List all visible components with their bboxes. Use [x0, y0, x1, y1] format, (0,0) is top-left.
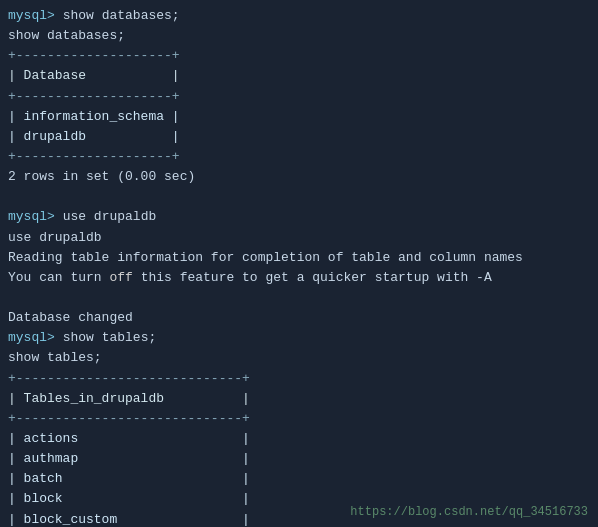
line-4: | Database |: [8, 66, 590, 86]
line-21: +-----------------------------+: [8, 409, 590, 429]
blog-url: https://blog.csdn.net/qq_34516733: [350, 505, 588, 519]
line-20: | Tables_in_drupaldb |: [8, 389, 590, 409]
line-12: use drupaldb: [8, 228, 590, 248]
line-1: mysql> show databases;: [8, 6, 590, 26]
line-2: show databases;: [8, 26, 590, 46]
line-22: | actions |: [8, 429, 590, 449]
line-3: +--------------------+: [8, 46, 590, 66]
line-24: | batch |: [8, 469, 590, 489]
line-blank1: [8, 187, 590, 207]
line-blank2: [8, 288, 590, 308]
line-14: You can turn off this feature to get a q…: [8, 268, 590, 288]
line-7: | drupaldb |: [8, 127, 590, 147]
line-13: Reading table information for completion…: [8, 248, 590, 268]
line-5: +--------------------+: [8, 87, 590, 107]
line-18: show tables;: [8, 348, 590, 368]
line-6: | information_schema |: [8, 107, 590, 127]
terminal-window: mysql> show databases; show databases; +…: [0, 0, 598, 527]
line-23: | authmap |: [8, 449, 590, 469]
line-16: Database changed: [8, 308, 590, 328]
line-8: +--------------------+: [8, 147, 590, 167]
line-9: 2 rows in set (0.00 sec): [8, 167, 590, 187]
line-17: mysql> show tables;: [8, 328, 590, 348]
line-19: +-----------------------------+: [8, 369, 590, 389]
line-11: mysql> use drupaldb: [8, 207, 590, 227]
